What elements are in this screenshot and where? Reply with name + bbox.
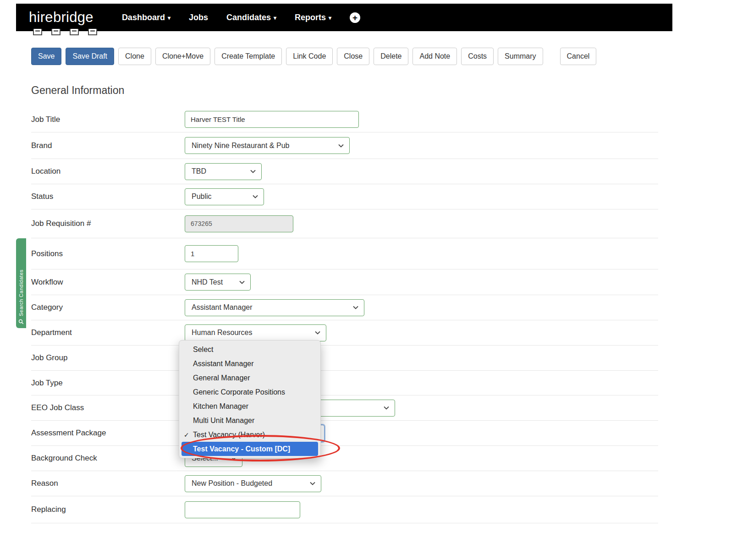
field-label: Brand (31, 141, 185, 150)
chevron-down-icon (353, 306, 358, 309)
chevron-down-icon (253, 195, 258, 198)
category-select[interactable]: Assistant Manager (185, 299, 364, 316)
truncated-icon-strip (33, 29, 97, 35)
general-information-form: Job Title Brand Ninety Nine Restaurant &… (31, 107, 658, 523)
costs-button[interactable]: Costs (461, 48, 494, 65)
department-select[interactable]: Human Resources (185, 324, 326, 341)
field-label: Job Type (31, 379, 185, 388)
truncated-icon (33, 29, 42, 35)
select-value: Assistant Manager (192, 303, 253, 312)
dropdown-option[interactable]: Generic Corporate Positions (179, 385, 320, 399)
field-label: Reason (31, 479, 185, 488)
dropdown-option[interactable]: Select (179, 342, 320, 357)
dropdown-option[interactable]: Assistant Manager (179, 357, 320, 371)
dropdown-option-checked[interactable]: ✓ Test Vacancy (Harver) (179, 428, 320, 442)
action-toolbar: Save Save Draft Clone Clone+Move Create … (31, 48, 596, 65)
field-label: Location (31, 167, 185, 176)
add-note-button[interactable]: Add Note (412, 48, 457, 65)
chevron-down-icon: ▾ (274, 15, 276, 21)
option-label: General Manager (193, 374, 250, 382)
form-row-status: Status Public (31, 184, 658, 209)
delete-button[interactable]: Delete (374, 48, 408, 65)
form-row-eeo-job-class: EEO Job Class (31, 395, 658, 421)
add-button[interactable]: + (350, 12, 360, 23)
form-row-job-group: Job Group (31, 346, 658, 371)
positions-input[interactable] (185, 245, 238, 262)
nav-item-candidates[interactable]: Candidates ▾ (226, 13, 276, 22)
nav-item-jobs[interactable]: Jobs (189, 13, 208, 22)
clone-button[interactable]: Clone (118, 48, 151, 65)
chevron-down-icon (315, 331, 320, 335)
nav-item-label: Jobs (189, 13, 208, 22)
search-candidates-tab[interactable]: Search Candidates (16, 238, 26, 328)
close-button[interactable]: Close (337, 48, 369, 65)
field-label: Job Requisition # (31, 219, 185, 228)
nav-item-label: Candidates (226, 13, 271, 22)
field-label: Replacing (31, 505, 185, 514)
dropdown-option-highlighted[interactable]: Test Vacancy - Custom [DC] (182, 442, 318, 456)
dropdown-option[interactable]: Multi Unit Manager (179, 413, 320, 428)
link-code-button[interactable]: Link Code (286, 48, 333, 65)
save-button[interactable]: Save (31, 48, 61, 65)
cancel-button[interactable]: Cancel (560, 48, 597, 65)
form-row-background-check: Background Check Select... (31, 446, 658, 471)
option-label: Assistant Manager (193, 360, 254, 368)
form-row-department: Department Human Resources (31, 320, 658, 346)
form-row-workflow: Workflow NHD Test (31, 269, 658, 295)
form-row-positions: Positions (31, 238, 658, 269)
dropdown-option[interactable]: General Manager (179, 371, 320, 385)
nav-item-reports[interactable]: Reports ▾ (295, 13, 331, 22)
page-title: General Information (31, 84, 124, 97)
location-select[interactable]: TBD (185, 163, 262, 180)
form-row-reason: Reason New Position - Budgeted (31, 471, 658, 496)
form-row-assessment-package: Assessment Package (31, 421, 658, 446)
job-requisition-input (185, 215, 293, 232)
chevron-down-icon (338, 144, 344, 148)
create-template-button[interactable]: Create Template (214, 48, 282, 65)
select-value: TBD (192, 167, 206, 176)
select-value: New Position - Budgeted (192, 479, 272, 488)
form-row-job-requisition: Job Requisition # (31, 209, 658, 238)
replacing-input[interactable] (185, 501, 300, 518)
summary-button[interactable]: Summary (498, 48, 543, 65)
truncated-icon (51, 29, 60, 35)
field-label: Job Group (31, 353, 185, 362)
search-icon (18, 319, 24, 324)
field-label: EEO Job Class (31, 403, 185, 412)
chevron-down-icon (239, 280, 245, 284)
field-label: Workflow (31, 278, 185, 287)
chevron-down-icon (250, 170, 256, 173)
nav-item-dashboard[interactable]: Dashboard ▾ (122, 13, 170, 22)
truncated-icon (88, 29, 97, 35)
search-candidates-label: Search Candidates (18, 269, 24, 316)
job-title-input[interactable] (185, 111, 359, 128)
save-draft-button[interactable]: Save Draft (66, 48, 114, 65)
plus-circle-icon: + (350, 12, 360, 23)
top-nav: hirebridge Dashboard ▾ Jobs Candidates ▾… (16, 4, 672, 31)
brand-select[interactable]: Ninety Nine Restaurant & Pub (185, 137, 350, 154)
checkmark-icon: ✓ (184, 431, 193, 439)
field-label: Job Title (31, 115, 185, 124)
dropdown-option[interactable]: Kitchen Manager (179, 399, 320, 413)
select-value: NHD Test (192, 278, 223, 286)
nav-menu: Dashboard ▾ Jobs Candidates ▾ Reports ▾ … (122, 12, 360, 23)
select-value: Ninety Nine Restaurant & Pub (192, 142, 289, 150)
truncated-icon (70, 29, 79, 35)
brand-logo: hirebridge (29, 9, 94, 26)
workflow-select[interactable]: NHD Test (185, 274, 251, 291)
assessment-package-dropdown: Select Assistant Manager General Manager… (179, 340, 321, 458)
chevron-down-icon: ▾ (329, 15, 331, 21)
form-row-job-title: Job Title (31, 107, 658, 132)
form-row-replacing: Replacing (31, 496, 658, 523)
field-label: Status (31, 192, 185, 201)
reason-select[interactable]: New Position - Budgeted (185, 475, 321, 492)
select-value: Human Resources (192, 329, 253, 337)
field-label: Category (31, 303, 185, 312)
form-row-job-type: Job Type (31, 371, 658, 395)
form-row-location: Location TBD (31, 159, 658, 184)
clone-move-button[interactable]: Clone+Move (155, 48, 210, 65)
option-label: Kitchen Manager (193, 402, 248, 411)
status-select[interactable]: Public (185, 188, 264, 205)
form-row-category: Category Assistant Manager (31, 295, 658, 320)
field-label: Department (31, 328, 185, 337)
